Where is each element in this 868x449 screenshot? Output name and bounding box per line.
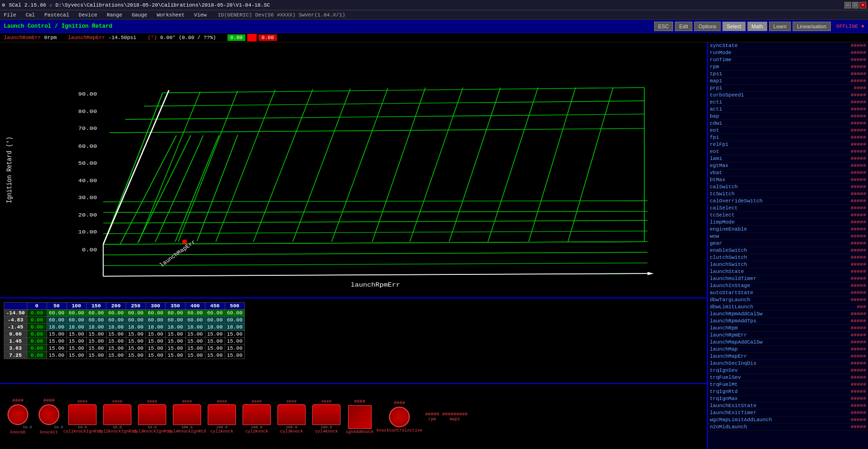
telem-row-trqFuelMt[interactable]: trqFuelMt#####	[708, 381, 868, 388]
table-cell-r0-c1[interactable]: 60.00	[47, 310, 66, 317]
telem-row-launchMapErr[interactable]: launchMapErr#####	[708, 353, 868, 360]
table-cell-r5-c4[interactable]: 15.00	[106, 345, 126, 352]
table-cell-r3-c6[interactable]: 15.00	[146, 331, 165, 338]
table-cell-r1-c10[interactable]: 60.00	[225, 317, 244, 324]
table-cell-r6-c8[interactable]: 15.00	[185, 352, 205, 359]
telem-row-launchRpm[interactable]: launchRpm#####	[708, 325, 868, 332]
table-cell-r1-c4[interactable]: 60.00	[106, 317, 126, 324]
table-cell-r5-c5[interactable]: 15.00	[126, 345, 146, 352]
close-button[interactable]: ✕	[860, 2, 866, 8]
table-cell-r2-c5[interactable]: 18.00	[126, 324, 146, 331]
telem-row-bap[interactable]: bap#####	[708, 113, 868, 120]
table-cell-r2-c6[interactable]: 18.00	[146, 324, 165, 331]
table-cell-r3-c1[interactable]: 15.00	[47, 331, 66, 338]
menu-view[interactable]: View	[192, 12, 208, 18]
table-cell-r6-c9[interactable]: 15.00	[205, 352, 225, 359]
telem-row-clutchSwitch[interactable]: clutchSwitch#####	[708, 254, 868, 261]
telem-row-relFp1[interactable]: relFp1#####	[708, 141, 868, 148]
telem-row-launchState[interactable]: launchState#####	[708, 268, 868, 275]
select-button[interactable]: Select	[722, 22, 746, 31]
table-cell-r1-c5[interactable]: 60.00	[126, 317, 146, 324]
telem-row-turboSpeed1[interactable]: turboSpeed1#####	[708, 92, 868, 99]
telem-row-runMode[interactable]: runMode#####	[708, 49, 868, 56]
telem-row-launchRpmAddTps[interactable]: launchRpmAddTps#####	[708, 318, 868, 325]
table-cell-r0-c9[interactable]: 60.00	[205, 310, 225, 317]
table-cell-r2-c10[interactable]: 18.00	[225, 324, 244, 331]
telem-row-n2oMidLaunch[interactable]: n2oMidLaunch#####	[708, 424, 868, 431]
telem-row-tps1[interactable]: tps1#####	[708, 71, 868, 78]
table-cell-r0-c4[interactable]: 60.00	[106, 310, 126, 317]
table-cell-r2-c4[interactable]: 18.00	[106, 324, 126, 331]
table-cell-r0-c0[interactable]: 0.00	[27, 310, 47, 317]
table-cell-r5-c8[interactable]: 15.00	[185, 345, 205, 352]
telem-row-launchRpmAddCalSw[interactable]: launchRpmAddCalSw#####	[708, 311, 868, 318]
table-cell-r0-c3[interactable]: 60.00	[86, 310, 106, 317]
menu-pastecal[interactable]: Pastecal	[42, 12, 71, 18]
table-cell-r6-c3[interactable]: 15.00	[86, 352, 106, 359]
menu-range[interactable]: Range	[105, 12, 124, 18]
table-cell-r4-c4[interactable]: 15.00	[106, 338, 126, 345]
telem-row-egtMax[interactable]: egtMax#####	[708, 162, 868, 169]
table-cell-r3-c3[interactable]: 15.00	[86, 331, 106, 338]
table-cell-r5-c6[interactable]: 15.00	[146, 345, 165, 352]
telem-row-calSwitch[interactable]: calSwitch#####	[708, 184, 868, 191]
telem-row-dbwLimitLaunch[interactable]: dbwLimitLaunch###	[708, 304, 868, 311]
table-cell-r4-c2[interactable]: 15.00	[66, 338, 86, 345]
telem-row-wow[interactable]: wow#####	[708, 233, 868, 240]
math-button[interactable]: Math	[747, 22, 767, 31]
table-cell-r6-c5[interactable]: 15.00	[126, 352, 146, 359]
table-cell-r2-c2[interactable]: 18.00	[66, 324, 86, 331]
options-button[interactable]: Options	[694, 22, 721, 31]
telem-row-wgcMapLimitAddLaunch[interactable]: wgcMapLimitAddLaunch#####	[708, 417, 868, 424]
telem-row-dbwTargLaunch[interactable]: dbwTargLaunch#####	[708, 297, 868, 304]
table-cell-r1-c8[interactable]: 60.00	[185, 317, 205, 324]
telem-row-trqIgnMax[interactable]: trqIgnMax#####	[708, 395, 868, 402]
table-cell-r3-c2[interactable]: 15.00	[66, 331, 86, 338]
telem-row-trqIgnRtd[interactable]: trqIgnRtd#####	[708, 388, 868, 395]
telem-row-calOverrideSwitch[interactable]: calOverrideSwitch#####	[708, 198, 868, 205]
table-cell-r6-c2[interactable]: 15.00	[66, 352, 86, 359]
telem-row-rpm[interactable]: rpm#####	[708, 64, 868, 71]
table-cell-r6-c7[interactable]: 15.00	[165, 352, 185, 359]
table-cell-r5-c3[interactable]: 15.00	[86, 345, 106, 352]
table-cell-r6-c4[interactable]: 15.00	[106, 352, 126, 359]
table-cell-r3-c4[interactable]: 15.00	[106, 331, 126, 338]
table-cell-r6-c6[interactable]: 15.00	[146, 352, 165, 359]
menu-cal[interactable]: Cal	[24, 12, 37, 18]
telem-row-launchExitState[interactable]: launchExitState#####	[708, 402, 868, 409]
table-cell-r3-c7[interactable]: 15.00	[165, 331, 185, 338]
telem-row-ect1[interactable]: ect1#####	[708, 99, 868, 106]
table-cell-r4-c1[interactable]: 15.00	[47, 338, 66, 345]
telem-row-map1[interactable]: map1#####	[708, 78, 868, 85]
telem-row-launchSecInqDis[interactable]: launchSecInqDis#####	[708, 360, 868, 367]
table-cell-r2-c7[interactable]: 18.00	[165, 324, 185, 331]
telem-row-limpMode[interactable]: limpMode#####	[708, 219, 868, 226]
telem-row-calSelect[interactable]: calSelect#####	[708, 205, 868, 212]
table-cell-r5-c7[interactable]: 15.00	[165, 345, 185, 352]
titlebar-controls[interactable]: — □ ✕	[844, 2, 866, 8]
telem-row-tcSwitch[interactable]: tcSwitch#####	[708, 191, 868, 198]
maximize-button[interactable]: □	[852, 2, 859, 8]
telem-row-trqFuelSev[interactable]: trqFuelSev#####	[708, 374, 868, 381]
table-cell-r1-c2[interactable]: 60.00	[66, 317, 86, 324]
table-cell-r4-c7[interactable]: 15.00	[165, 338, 185, 345]
telem-row-syncState[interactable]: syncState#####	[708, 42, 868, 49]
menu-gauge[interactable]: Gauge	[130, 12, 149, 18]
minimize-button[interactable]: —	[844, 2, 851, 8]
table-cell-r1-c1[interactable]: 60.00	[47, 317, 66, 324]
table-cell-r1-c3[interactable]: 60.00	[86, 317, 106, 324]
telem-row-act1[interactable]: act1#####	[708, 106, 868, 113]
menu-file[interactable]: File	[2, 12, 18, 18]
telem-row-engineEnable[interactable]: engineEnable#####	[708, 226, 868, 233]
table-cell-r0-c10[interactable]: 60.00	[225, 310, 244, 317]
table-cell-r3-c10[interactable]: 15.00	[225, 331, 244, 338]
telem-row-tcSelect[interactable]: tcSelect#####	[708, 212, 868, 219]
telem-row-vbat[interactable]: vbat#####	[708, 169, 868, 176]
table-cell-r1-c0[interactable]: 0.00	[27, 317, 47, 324]
table-cell-r2-c0[interactable]: 0.00	[27, 324, 47, 331]
telem-row-autoStartState[interactable]: autoStartState#####	[708, 289, 868, 297]
table-cell-r0-c6[interactable]: 60.00	[146, 310, 165, 317]
table-cell-r5-c0[interactable]: 0.00	[27, 345, 47, 352]
telem-row-eot[interactable]: eot#####	[708, 148, 868, 155]
table-cell-r1-c7[interactable]: 60.00	[165, 317, 185, 324]
